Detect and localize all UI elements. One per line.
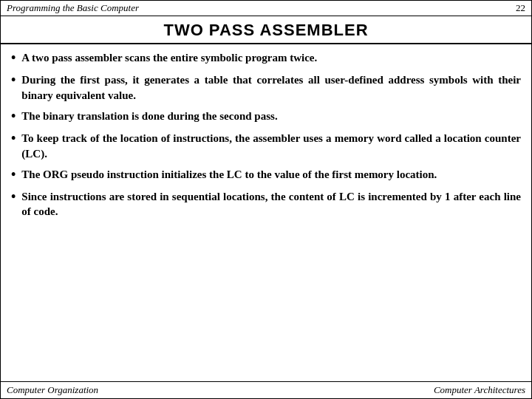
bullet-text-2: During the first pass, it generates a ta… [21,72,521,103]
bullet-dot-6: • [11,188,16,205]
footer-right: Computer Architectures [434,384,525,396]
bullet-dot-4: • [11,130,16,147]
bullet-text-4: To keep track of the location of instruc… [21,131,521,161]
slide-title: TWO PASS ASSEMBLER [163,21,368,39]
bullet-text-6: Since instructions are stored in sequent… [21,189,521,219]
slide-container: Programming the Basic Computer 22 TWO PA… [0,0,532,399]
bullet-dot-5: • [11,166,16,183]
bullet-dot-2: • [11,72,16,89]
bullet-text-3: The binary translation is done during th… [21,109,277,123]
bullet-item-4: • To keep track of the location of instr… [11,131,521,161]
bottom-bar: Computer Organization Computer Architect… [1,381,531,398]
bullet-item-5: • The ORG pseudo instruction initializes… [11,167,521,183]
top-bar: Programming the Basic Computer 22 [1,1,531,16]
bullet-dot-3: • [11,108,16,125]
title-row: TWO PASS ASSEMBLER [1,16,531,44]
bullet-item-6: • Since instructions are stored in seque… [11,189,521,219]
header-center: 22 [516,2,525,14]
bullet-text-5: The ORG pseudo instruction initializes t… [21,167,437,182]
bullet-dot-1: • [11,50,16,66]
footer-left: Computer Organization [7,384,98,396]
bullet-item-1: • A two pass assembler scans the entire … [11,50,521,66]
bullet-text-1: A two pass assembler scans the entire sy… [21,50,317,65]
content-area: • A two pass assembler scans the entire … [1,44,531,381]
bullet-item-2: • During the first pass, it generates a … [11,72,521,103]
header-left: Programming the Basic Computer [7,2,139,14]
bullet-item-3: • The binary translation is done during … [11,109,521,125]
